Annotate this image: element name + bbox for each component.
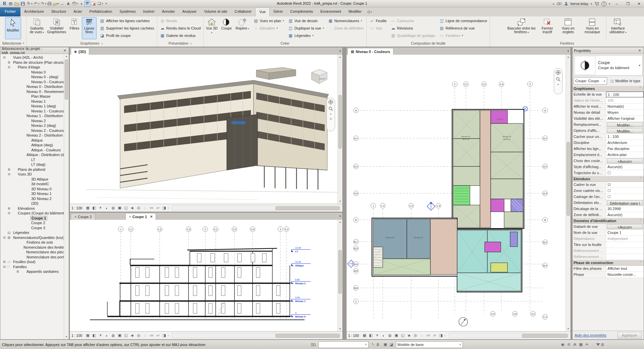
grid-bubble[interactable]: 1 bbox=[371, 203, 376, 208]
ribbon-row-button[interactable]: ⌂Elévation bbox=[252, 24, 285, 32]
ribbon-tab[interactable]: Modifier bbox=[345, 7, 365, 16]
tab-list-icon[interactable]: ▼ bbox=[339, 50, 341, 53]
browser-scrollbar[interactable]: ▲▼ bbox=[64, 54, 69, 339]
thin-lines-icon[interactable] bbox=[85, 1, 90, 7]
tree-item[interactable]: {3D} bbox=[0, 201, 69, 206]
tree-item[interactable]: Niveau 1 bbox=[0, 99, 69, 104]
3d-vertical-scrollbar[interactable]: ▲▼ bbox=[337, 55, 342, 204]
property-row[interactable]: Phase de construction bbox=[573, 260, 644, 266]
tree-item[interactable]: Niveau 1 - Distribution (dwg) bbox=[0, 113, 69, 118]
grid-bubble[interactable]: A.3 bbox=[353, 191, 359, 196]
ribbon-row-button[interactable]: ◫Ligne de correspondance bbox=[437, 17, 489, 24]
grid-bubble[interactable]: 1 bbox=[118, 227, 123, 232]
ribbon-row-button[interactable]: ▤Vues en plan bbox=[252, 17, 285, 24]
property-row[interactable]: Afficher le mod... Normal(e) bbox=[573, 104, 644, 110]
viewbar-icon[interactable]: ◎ bbox=[413, 333, 418, 338]
property-row[interactable]: Filtre des phases Afficher tout bbox=[573, 266, 644, 272]
viewbar-icon[interactable]: ▣ bbox=[117, 333, 122, 338]
scroll-left-icon[interactable]: ‹ bbox=[168, 334, 169, 337]
ribbon-tab[interactable]: Préfabrication bbox=[86, 7, 116, 16]
tree-toggle-icon[interactable] bbox=[3, 260, 7, 263]
ribbon-tab[interactable]: Gérer bbox=[270, 7, 286, 16]
property-row[interactable]: Cacher pour un... 1 : 100 bbox=[573, 134, 644, 140]
visibility-graphics-button[interactable]: Visibilité/ Graphismes bbox=[46, 17, 67, 39]
property-row[interactable]: Référencement ... bbox=[573, 254, 644, 260]
sync-caret-icon[interactable]: ▾ bbox=[31, 2, 33, 5]
ribbon-row-button[interactable]: ▥Vue de dessin bbox=[286, 17, 326, 24]
steering-wheel-icon[interactable] bbox=[555, 70, 561, 75]
panel-label-sheet[interactable]: Composition de feuille bbox=[367, 40, 490, 47]
user-interface-button[interactable]: Interface utilisateur bbox=[606, 17, 628, 39]
viewbar-icon[interactable]: ◍ bbox=[387, 333, 393, 338]
aligned-dimension-icon[interactable]: ↔ bbox=[59, 1, 65, 7]
navigation-bar[interactable]: ▾ bbox=[554, 68, 562, 94]
properties-header[interactable]: Propriétés ✕ bbox=[573, 47, 644, 54]
select-by-face-icon[interactable]: ▦ bbox=[578, 342, 584, 347]
navigation-bar[interactable]: ▾ ⊖ bbox=[326, 98, 335, 131]
tree-item[interactable]: ▦Nomenclatures/Quantités (tout) bbox=[0, 235, 69, 240]
viewbar-icon[interactable]: ▦ bbox=[85, 205, 91, 211]
grid-bubble[interactable]: 2.2 bbox=[232, 227, 237, 232]
redo-icon[interactable]: ↷ bbox=[40, 1, 45, 7]
tree-toggle-icon[interactable] bbox=[8, 65, 12, 69]
ribbon-row-button[interactable]: ◍Rendu bbox=[158, 17, 203, 24]
print-icon[interactable] bbox=[47, 1, 52, 7]
viewbar-icon[interactable]: ◈ bbox=[129, 205, 135, 211]
grid-bubble[interactable]: C bbox=[353, 299, 359, 304]
property-row[interactable]: Style d'affichag... Aucun(e) bbox=[573, 164, 644, 170]
grid-bubble[interactable]: 3 bbox=[278, 227, 283, 232]
close-browser-icon[interactable]: ✕ bbox=[62, 49, 67, 52]
grid-bubble[interactable]: 2.1 bbox=[463, 82, 469, 87]
plan-canvas[interactable]: 22.12.22.43 AA.1A.2A.3BB.1B.3B.4B.5B.6C … bbox=[346, 55, 571, 331]
tree-item[interactable]: Coupe 2 bbox=[0, 220, 69, 226]
viewbar-icon[interactable]: ◌ bbox=[142, 205, 148, 211]
plan-vertical-scrollbar[interactable]: ▲▼ bbox=[566, 55, 571, 331]
tree-item[interactable]: Niveau 2 bbox=[0, 118, 69, 123]
property-row[interactable]: Discipline Architecture bbox=[573, 140, 644, 146]
tree-item[interactable]: Vues 3D bbox=[0, 172, 69, 177]
grid-bubble[interactable]: B.6 bbox=[353, 285, 359, 291]
tab-list-icon[interactable]: ▼ bbox=[339, 215, 341, 218]
scroll-left-icon[interactable]: ‹ bbox=[168, 206, 169, 210]
viewbar-icon[interactable]: ◐ bbox=[104, 205, 110, 211]
property-row[interactable]: Valeur de l'éche... 100 bbox=[573, 98, 644, 104]
editing-requests-icon[interactable]: ✎ bbox=[370, 342, 376, 347]
tree-toggle-icon[interactable] bbox=[8, 207, 12, 210]
viewbar-icon[interactable]: ◌ bbox=[419, 333, 425, 338]
tree-item[interactable]: Plans de plafond bbox=[0, 167, 69, 172]
property-row[interactable]: Visibilité des élé... Afficher l'origina… bbox=[573, 116, 644, 122]
viewbar-icon[interactable]: ▱ bbox=[432, 333, 437, 338]
tree-toggle-icon[interactable] bbox=[3, 56, 7, 59]
tree-toggle-icon[interactable] bbox=[3, 236, 7, 239]
filters-button[interactable]: Filtres bbox=[67, 17, 82, 39]
active-workset-combo[interactable]: ∨ bbox=[318, 341, 369, 348]
viewbar-icon[interactable]: ◨ bbox=[438, 333, 444, 338]
design-option-combo[interactable]: Modèle de base∨ bbox=[396, 341, 463, 348]
tree-item[interactable]: Niveau 0 - Distribution (dwg) bbox=[0, 84, 69, 89]
ribbon-row-button[interactable]: ▦Légendes bbox=[286, 32, 326, 39]
modify-panel-icon[interactable]: ⊡ bbox=[367, 10, 370, 14]
viewbar-icon[interactable]: ▭ bbox=[149, 333, 154, 338]
ribbon-row-button[interactable]: ▭Cartouche bbox=[389, 17, 437, 24]
grid-bubble[interactable]: B bbox=[353, 217, 359, 222]
viewbar-icon[interactable]: ◧ bbox=[91, 205, 97, 211]
ribbon-row-button[interactable]: ◪Profil de coupe bbox=[98, 32, 156, 39]
user-caret-icon[interactable]: ▾ bbox=[591, 2, 592, 5]
grid-bubble[interactable]: B.2 bbox=[542, 240, 548, 245]
background-processes-icon[interactable]: ◌ bbox=[590, 343, 596, 347]
tree-item[interactable]: Coupe 3 bbox=[0, 226, 69, 231]
selection-filter-icon[interactable] bbox=[596, 343, 600, 346]
grid-bubble[interactable]: 1.2 bbox=[409, 203, 414, 208]
ribbon-tab[interactable]: Environment bbox=[317, 7, 345, 16]
panel-label-select[interactable]: Sélectionner▾ bbox=[0, 40, 26, 47]
grid-bubble[interactable]: 2.4 bbox=[250, 227, 255, 232]
tree-item[interactable]: Finitions de sols bbox=[0, 240, 69, 245]
tree-item[interactable]: Plans de structure (Plan structurel) bbox=[0, 60, 69, 65]
ribbon-state-caret-icon[interactable]: ▾ bbox=[371, 11, 372, 13]
type-selector-caret-icon[interactable]: ▾ bbox=[639, 64, 640, 67]
grid-bubble[interactable]: B.1 bbox=[353, 239, 359, 244]
3d-view-caret-icon[interactable]: ▾ bbox=[77, 2, 78, 5]
view-tab-3d[interactable]: ◈{3D} bbox=[71, 48, 89, 55]
account-icon[interactable] bbox=[564, 2, 568, 6]
tree-item[interactable]: Niveau 2 - Couleurs bbox=[0, 128, 69, 133]
